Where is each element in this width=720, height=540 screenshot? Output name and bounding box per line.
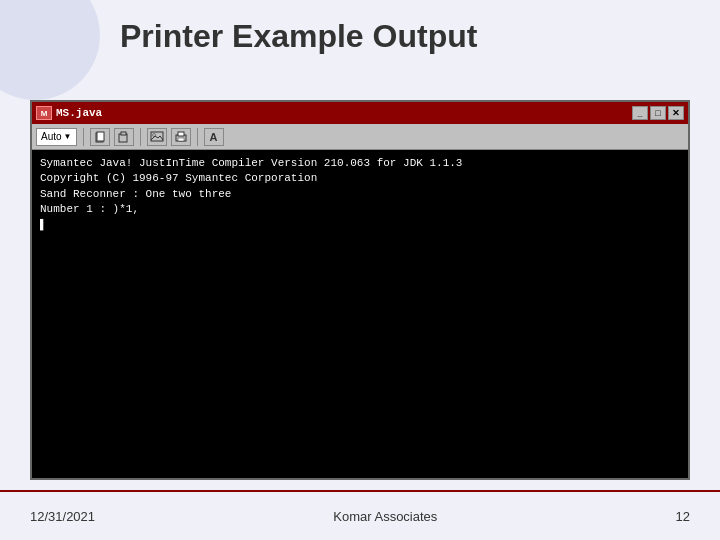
window-title: MS.java: [56, 107, 102, 119]
paste-icon: [118, 131, 130, 143]
auto-dropdown[interactable]: Auto ▼: [36, 128, 77, 146]
image-icon: [150, 131, 164, 143]
font-icon: A: [210, 131, 218, 143]
footer-company: Komar Associates: [333, 509, 437, 524]
window-icon: M: [36, 106, 52, 120]
print-icon: [174, 131, 188, 143]
title-bar: M MS.java _ □ ✕: [32, 102, 688, 124]
minimize-button[interactable]: _: [632, 106, 648, 120]
toolbar-btn-4[interactable]: [171, 128, 191, 146]
java-window: M MS.java _ □ ✕ Auto ▼: [30, 100, 690, 480]
console-line-5: Number 1 : )*1,: [40, 202, 680, 217]
footer: 12/31/2021 Komar Associates 12: [0, 490, 720, 540]
decorative-circle: [0, 0, 100, 100]
console-output: Symantec Java! JustInTime Compiler Versi…: [32, 150, 688, 478]
copy-icon: [94, 131, 106, 143]
svg-rect-3: [121, 132, 126, 135]
toolbar-btn-font[interactable]: A: [204, 128, 224, 146]
toolbar-separator-3: [197, 128, 198, 146]
toolbar: Auto ▼: [32, 124, 688, 150]
dropdown-arrow-icon: ▼: [64, 132, 72, 141]
svg-rect-4: [151, 132, 163, 141]
svg-rect-1: [97, 132, 104, 141]
restore-button[interactable]: □: [650, 106, 666, 120]
console-line-4: Sand Reconner : One two three: [40, 187, 680, 202]
toolbar-separator-1: [83, 128, 84, 146]
svg-rect-8: [178, 138, 184, 141]
toolbar-btn-1[interactable]: [90, 128, 110, 146]
footer-page: 12: [676, 509, 690, 524]
slide: Printer Example Output M MS.java _ □ ✕ A…: [0, 0, 720, 540]
console-line-2: Copyright (C) 1996-97 Symantec Corporati…: [40, 171, 680, 186]
toolbar-btn-2[interactable]: [114, 128, 134, 146]
close-button[interactable]: ✕: [668, 106, 684, 120]
title-bar-left: M MS.java: [36, 106, 102, 120]
toolbar-btn-3[interactable]: [147, 128, 167, 146]
console-line-1: Symantec Java! JustInTime Compiler Versi…: [40, 156, 680, 171]
svg-rect-7: [178, 132, 184, 136]
window-controls: _ □ ✕: [632, 106, 684, 120]
slide-title: Printer Example Output: [120, 18, 700, 55]
console-cursor-line: [40, 218, 680, 233]
dropdown-value: Auto: [41, 131, 62, 142]
footer-date: 12/31/2021: [30, 509, 95, 524]
toolbar-separator-2: [140, 128, 141, 146]
